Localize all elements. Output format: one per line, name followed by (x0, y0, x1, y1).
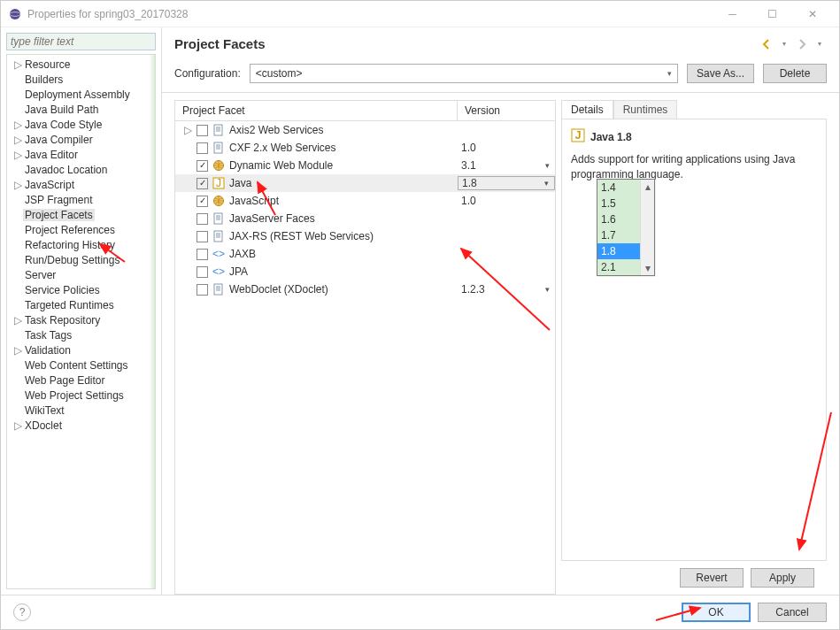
tree-item[interactable]: ▷Resource (7, 57, 155, 72)
help-icon[interactable]: ? (13, 603, 31, 621)
facet-icon (212, 194, 226, 208)
tree-label: Task Tags (23, 329, 73, 342)
twist-icon: ▷ (12, 344, 23, 357)
facet-row[interactable]: CXF 2.x Web Services1.0 (175, 139, 555, 157)
col-version[interactable]: Version (458, 101, 555, 120)
tree-item[interactable]: Server (7, 267, 155, 282)
tree-item[interactable]: Deployment Assembly (7, 87, 155, 102)
tree-item[interactable]: ▷Java Compiler (7, 132, 155, 147)
tree-item[interactable]: ▷Java Editor (7, 147, 155, 162)
tab-runtimes[interactable]: Runtimes (613, 100, 678, 119)
facet-checkbox[interactable] (197, 178, 208, 189)
tree-item[interactable]: Service Policies (7, 282, 155, 297)
twist-icon: ▷ (12, 419, 23, 432)
chevron-down-icon[interactable]: ▾ (545, 285, 550, 294)
tree-label: Run/Debug Settings (23, 254, 121, 266)
ok-button[interactable]: OK (682, 603, 751, 622)
minimize-button[interactable]: ─ (713, 2, 752, 27)
facet-row[interactable]: JavaServer Faces (175, 210, 555, 227)
tree-label: Server (23, 269, 58, 281)
facet-checkbox[interactable] (197, 125, 208, 136)
tree-label: Validation (23, 344, 73, 357)
cancel-button[interactable]: Cancel (758, 603, 827, 622)
tree-item[interactable]: Project References (7, 222, 155, 237)
tree-item[interactable]: Task Tags (7, 327, 155, 342)
svg-rect-2 (214, 125, 222, 135)
scroll-up-icon[interactable]: ▴ (641, 180, 654, 194)
facet-checkbox[interactable] (197, 266, 208, 278)
chevron-down-icon: ▾ (667, 69, 672, 78)
config-combo[interactable]: <custom> ▾ (250, 64, 678, 83)
facet-row[interactable]: ▷Axis2 Web Services (175, 121, 555, 139)
chevron-down-icon[interactable]: ▾ (545, 161, 550, 170)
delete-button[interactable]: Delete (763, 64, 827, 83)
facet-label: CXF 2.x Web Services (229, 142, 335, 154)
close-button[interactable]: ✕ (792, 2, 832, 27)
tree-label: JSP Fragment (23, 194, 94, 206)
facet-version: 3.1 (461, 159, 476, 172)
version-dropdown[interactable]: ▴ ▾ 1.41.51.61.71.82.1 (597, 179, 655, 276)
tree-item[interactable]: Javadoc Location (7, 162, 155, 177)
forward-menu-icon[interactable]: ▾ (813, 37, 827, 51)
tree-item[interactable]: Builders (7, 72, 155, 87)
svg-text:<>: <> (212, 248, 225, 260)
apply-button[interactable]: Apply (751, 568, 814, 588)
facet-checkbox[interactable] (197, 142, 208, 154)
facet-row[interactable]: Dynamic Web Module3.1▾ (175, 157, 555, 174)
tree-item[interactable]: Targeted Runtimes (7, 297, 155, 312)
tree-item[interactable]: ▷Java Code Style (7, 117, 155, 132)
col-facet[interactable]: Project Facet (175, 101, 458, 120)
save-as-button[interactable]: Save As... (687, 64, 754, 83)
twist-icon: ▷ (182, 124, 193, 136)
tree-item[interactable]: Web Page Editor (7, 373, 155, 388)
tree-label: Javadoc Location (23, 164, 109, 176)
facet-row[interactable]: JAX-RS (REST Web Services) (175, 227, 555, 245)
tree-item[interactable]: JSP Fragment (7, 192, 155, 207)
tree-item[interactable]: WikiText (7, 403, 155, 418)
tree-item[interactable]: Java Build Path (7, 102, 155, 117)
tree-label: WikiText (23, 404, 66, 417)
tree-item[interactable]: ▷JavaScript (7, 177, 155, 192)
chevron-down-icon[interactable]: ▾ (544, 179, 549, 188)
tree-item[interactable]: ▷Task Repository (7, 312, 155, 327)
forward-icon[interactable] (795, 37, 809, 51)
facet-row[interactable]: <>JAXB (175, 245, 555, 263)
facet-checkbox[interactable] (197, 160, 208, 172)
facet-checkbox[interactable] (197, 196, 208, 207)
tree-item[interactable]: Refactoring History (7, 237, 155, 252)
facet-icon: <> (212, 247, 226, 261)
svg-text:<>: <> (212, 265, 225, 278)
facet-checkbox[interactable] (197, 213, 208, 225)
facet-checkbox[interactable] (197, 249, 208, 260)
back-menu-icon[interactable]: ▾ (777, 37, 791, 51)
tree-item[interactable]: ▷XDoclet (7, 418, 155, 433)
tab-details[interactable]: Details (561, 100, 613, 119)
tree-item[interactable]: ▷Validation (7, 342, 155, 357)
tree-label: Java Compiler (23, 134, 95, 146)
tree-label: Project References (23, 224, 117, 236)
tree-item[interactable]: Run/Debug Settings (7, 252, 155, 267)
tree-item[interactable]: Web Project Settings (7, 388, 155, 403)
tree-label: Service Policies (23, 284, 102, 296)
nav-tree[interactable]: ▷ResourceBuildersDeployment AssemblyJava… (6, 54, 156, 589)
facet-icon: <> (212, 265, 226, 279)
revert-button[interactable]: Revert (680, 568, 744, 588)
facet-label: JavaServer Faces (229, 212, 315, 225)
facet-row[interactable]: JavaScript1.0 (175, 192, 555, 210)
tree-item[interactable]: Project Facets (7, 207, 155, 222)
facet-checkbox[interactable] (197, 231, 208, 242)
facet-row[interactable]: <>JPA (175, 263, 555, 280)
maximize-button[interactable]: ☐ (752, 2, 792, 27)
tree-item[interactable]: Web Content Settings (7, 357, 155, 373)
facet-label: JPA (229, 265, 248, 278)
facet-row[interactable]: JJava1.8▾ (175, 174, 555, 192)
facets-table[interactable]: Project Facet Version ▷Axis2 Web Service… (174, 100, 556, 595)
facet-row[interactable]: WebDoclet (XDoclet)1.2.3▾ (175, 280, 555, 298)
eclipse-icon (8, 7, 22, 21)
filter-input[interactable] (6, 33, 156, 50)
back-icon[interactable] (759, 37, 774, 51)
scroll-down-icon[interactable]: ▾ (641, 261, 654, 275)
twist-icon: ▷ (12, 58, 23, 71)
facet-icon (212, 229, 226, 243)
facet-checkbox[interactable] (197, 284, 208, 296)
